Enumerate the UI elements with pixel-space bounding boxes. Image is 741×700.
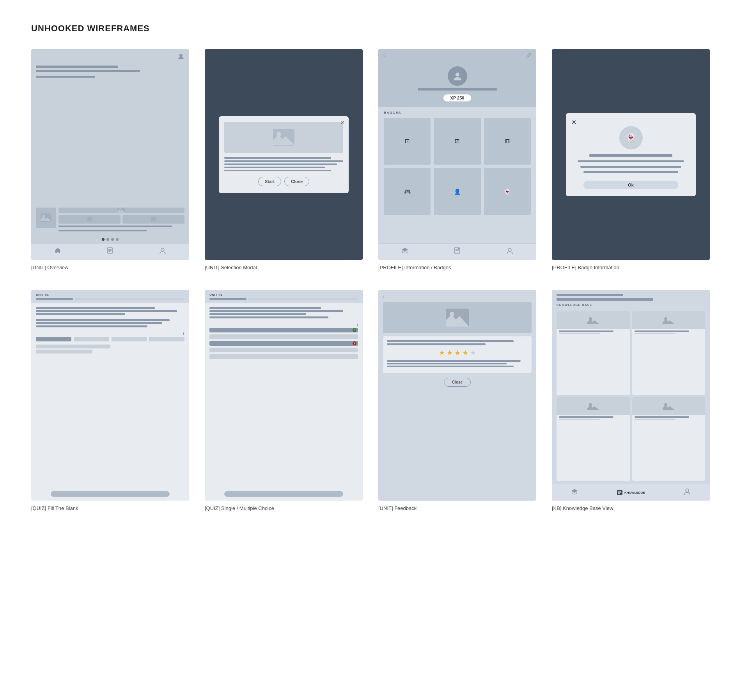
fb-line-1 xyxy=(387,360,521,362)
images-row xyxy=(31,208,189,233)
badge-close-icon[interactable]: ✕ xyxy=(571,119,576,126)
modal-lines xyxy=(224,157,343,171)
quiz-multi-header: UNIT #1 xyxy=(205,290,363,303)
choice-3[interactable]: ✕ xyxy=(209,341,358,346)
fb-line-2 xyxy=(387,363,507,364)
wireframe-badge-info: ✕ 👻 Ok [PROFILE] Badge Information xyxy=(552,49,710,270)
multi-submit-bar[interactable] xyxy=(224,491,343,497)
quiz-progress-row xyxy=(36,298,184,300)
bottom-nav xyxy=(31,243,189,260)
submit-bar[interactable] xyxy=(51,491,170,497)
multi-progress-filled xyxy=(209,298,246,300)
kb-grid xyxy=(552,311,710,481)
mq-line-2 xyxy=(209,310,343,312)
badges-grid-row1: ⚀ ⚂ ⚅ xyxy=(384,118,531,165)
frame-badge-info: ✕ 👻 Ok xyxy=(552,49,710,260)
label-unit-overview: [UNIT] Overview xyxy=(31,265,68,270)
username-line xyxy=(418,88,497,91)
line-s1 xyxy=(58,226,172,227)
kb-nav-learn-icon[interactable] xyxy=(571,489,578,496)
frame-profile-badges: ≡ XP 250 BADGES xyxy=(378,49,536,260)
kbc-line-2 xyxy=(559,333,600,334)
kbc-line-5 xyxy=(559,416,613,418)
ok-button[interactable]: Ok xyxy=(583,181,678,189)
kb-card-2[interactable] xyxy=(632,311,706,395)
nav-learn-icon[interactable] xyxy=(401,247,408,256)
quiz-fill-content: ℹ xyxy=(31,303,189,487)
image-large xyxy=(36,208,56,228)
choice-4[interactable] xyxy=(209,348,358,352)
page-title: UNHOOKED WIREFRAMES xyxy=(31,23,710,34)
star-4[interactable]: ★ xyxy=(462,348,468,357)
kb-nav-active-item[interactable]: KNOWLEDGE xyxy=(617,489,645,496)
kb-card-img-2 xyxy=(632,311,706,329)
desc-line xyxy=(36,76,95,78)
avatar xyxy=(448,66,467,86)
fill-input-light-3[interactable] xyxy=(149,337,184,341)
nav-icon-1[interactable] xyxy=(54,247,61,256)
nav-icon-2[interactable] xyxy=(107,247,113,256)
kb-nav-profile-icon[interactable] xyxy=(684,488,691,497)
nav-icon-3[interactable] xyxy=(159,247,166,256)
pagination-dots xyxy=(31,236,189,243)
badge-3: ⚅ xyxy=(484,118,531,165)
unit-label-multi: UNIT #1 xyxy=(209,293,358,297)
feedback-close-button[interactable]: Close xyxy=(444,378,471,387)
back-arrow-icon[interactable]: ‹ xyxy=(383,294,385,300)
star-5[interactable]: ★ xyxy=(470,348,476,357)
multi-progress-empty xyxy=(248,298,358,300)
modal-buttons: Start Close xyxy=(224,177,343,186)
wireframe-kb: KNOWLEDGE BASE xyxy=(552,290,710,511)
dot-3 xyxy=(111,238,114,241)
kb-card-3[interactable] xyxy=(557,397,630,481)
svg-point-2 xyxy=(43,215,45,217)
modal-card: ✕ Start Close xyxy=(219,116,348,193)
close-button[interactable]: Close xyxy=(284,177,309,186)
badge-5: 👤 xyxy=(434,168,480,215)
wireframe-unit-modal: ✕ Start Close xyxy=(205,49,363,270)
hamburger-icon[interactable]: ≡ xyxy=(383,53,386,59)
badge-desc-1 xyxy=(578,160,684,162)
frame-unit-overview xyxy=(31,49,189,260)
kbc-line-8 xyxy=(635,419,675,420)
badge-desc-3 xyxy=(583,171,678,173)
unit-label-fill: UNIT #1 xyxy=(36,293,184,297)
choice-2[interactable] xyxy=(209,334,358,339)
kb-card-img-3 xyxy=(557,397,630,415)
kb-card-4[interactable] xyxy=(632,397,706,481)
wireframes-grid: [UNIT] Overview ✕ xyxy=(31,49,710,511)
kb-section-label: KNOWLEDGE BASE xyxy=(557,303,705,307)
fill-input-light-1[interactable] xyxy=(74,337,109,341)
badge-4: 🎮 xyxy=(384,168,431,215)
wireframe-profile-badges: ≡ XP 250 BADGES xyxy=(378,49,536,270)
nav-book-icon[interactable] xyxy=(454,247,460,256)
text-lines-side xyxy=(58,226,184,233)
wireframe-quiz-multi: UNIT #1 ℹ ✓ ✕ xyxy=(205,290,363,511)
kb-card-1[interactable] xyxy=(557,311,630,395)
kb-card-text-1 xyxy=(557,329,630,336)
edit-icon[interactable] xyxy=(526,52,532,59)
star-3[interactable]: ★ xyxy=(454,348,461,357)
choice-1[interactable]: ✓ xyxy=(209,328,358,332)
start-button[interactable]: Start xyxy=(258,177,281,186)
image-small-1 xyxy=(58,208,184,213)
star-2[interactable]: ★ xyxy=(447,348,453,357)
multi-info-icon: ℹ xyxy=(356,322,358,327)
fill-input-light-2[interactable] xyxy=(112,337,147,341)
star-1[interactable]: ★ xyxy=(439,348,445,357)
choice-5[interactable] xyxy=(209,354,358,359)
modal-line-5 xyxy=(224,170,331,171)
svg-rect-5 xyxy=(87,217,92,221)
kb-title-2 xyxy=(557,298,653,301)
label-quiz-multi: [QUIZ] Single / Multiple Choice xyxy=(205,505,274,511)
fill-input-dark[interactable] xyxy=(36,337,71,341)
label-quiz-fill: [QUIZ] Fill The Blank xyxy=(31,505,78,511)
svg-rect-6 xyxy=(151,217,156,221)
title-line xyxy=(36,66,118,68)
kb-card-img-1 xyxy=(557,311,630,329)
close-icon[interactable]: ✕ xyxy=(340,119,345,125)
profile-avatar-area: XP 250 xyxy=(378,62,536,107)
nav-profile-icon[interactable] xyxy=(506,247,513,256)
svg-point-30 xyxy=(686,489,689,492)
kb-card-img-4 xyxy=(632,397,706,415)
